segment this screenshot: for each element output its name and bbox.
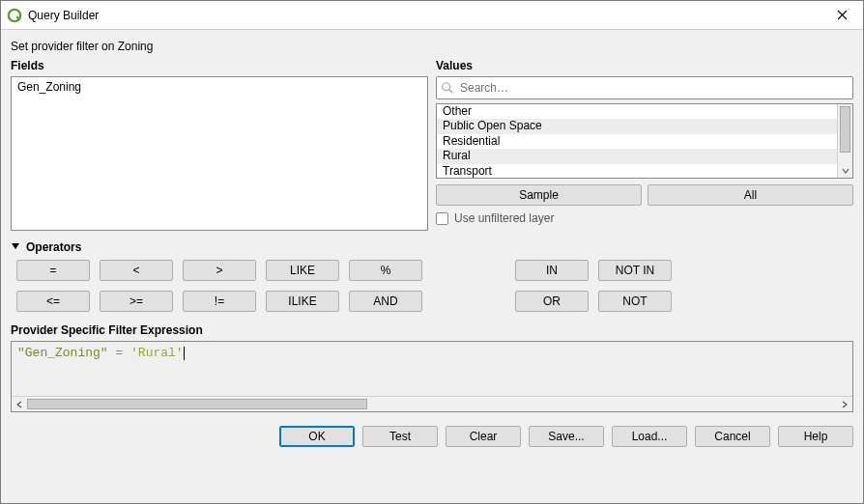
fields-group: Fields Gen_Zoning	[11, 59, 428, 231]
dialog-body: Set provider filter on Zoning Fields Gen…	[1, 30, 863, 503]
clear-button[interactable]: Clear	[446, 426, 521, 447]
scrollbar-thumb[interactable]	[840, 106, 850, 153]
all-button[interactable]: All	[648, 184, 853, 206]
hscroll-thumb[interactable]	[27, 399, 367, 409]
values-scrollbar[interactable]	[837, 104, 852, 178]
op-le-button[interactable]: <=	[16, 291, 90, 312]
window-close-button[interactable]	[821, 1, 863, 30]
operators-label: Operators	[26, 240, 81, 254]
op-and-button[interactable]: AND	[349, 291, 422, 312]
field-item[interactable]: Gen_Zoning	[12, 77, 427, 97]
window-title: Query Builder	[28, 9, 99, 22]
op-like-button[interactable]: LIKE	[266, 260, 339, 281]
dialog-footer: OK Test Clear Save... Load... Cancel Hel…	[11, 426, 853, 447]
value-item[interactable]: Public Open Space	[437, 119, 852, 133]
operators-grid: = < > LIKE % IN NOT IN <= >= != ILIKE AN…	[16, 260, 853, 312]
query-builder-window: Query Builder Set provider filter on Zon…	[0, 0, 864, 504]
values-search[interactable]	[436, 76, 853, 99]
fields-list[interactable]: Gen_Zoning	[11, 76, 428, 231]
ok-button[interactable]: OK	[279, 426, 355, 447]
op-eq-button[interactable]: =	[16, 260, 90, 281]
op-lt-button[interactable]: <	[100, 260, 173, 281]
op-in-button[interactable]: IN	[515, 260, 589, 281]
unfiltered-row: Use unfiltered layer	[436, 211, 853, 225]
expression-label: Provider Specific Filter Expression	[11, 323, 853, 337]
save-button[interactable]: Save...	[529, 426, 604, 447]
values-group: Values Other Public Open Space Residenti…	[436, 59, 853, 231]
unfiltered-label: Use unfiltered layer	[454, 211, 554, 225]
cancel-button[interactable]: Cancel	[695, 426, 770, 447]
op-or-button[interactable]: OR	[515, 291, 589, 312]
values-list[interactable]: Other Public Open Space Residential Rura…	[436, 103, 853, 179]
search-icon	[441, 81, 454, 95]
unfiltered-checkbox[interactable]	[436, 212, 448, 225]
value-item[interactable]: Rural	[437, 149, 852, 163]
op-ilike-button[interactable]: ILIKE	[266, 291, 339, 312]
qgis-icon	[7, 8, 22, 23]
sample-button[interactable]: Sample	[436, 184, 642, 206]
op-gt-button[interactable]: >	[183, 260, 256, 281]
op-ne-button[interactable]: !=	[183, 291, 256, 312]
value-item[interactable]: Residential	[437, 134, 852, 149]
scroll-down-icon[interactable]	[838, 164, 852, 178]
expression-box: "Gen_Zoning" = 'Rural' "Gen_Zoning" = 'R…	[11, 341, 853, 412]
scroll-left-icon[interactable]	[12, 397, 27, 411]
help-button[interactable]: Help	[778, 426, 853, 447]
operators-group: Operators = < > LIKE % IN NOT IN <= >= !…	[11, 240, 853, 312]
expression-hscroll[interactable]	[12, 396, 852, 411]
op-pct-button[interactable]: %	[349, 260, 422, 281]
close-icon	[837, 10, 848, 20]
values-search-input[interactable]	[458, 80, 849, 96]
value-item[interactable]: Transport	[437, 164, 852, 179]
svg-point-2	[443, 83, 450, 91]
top-panels: Fields Gen_Zoning Values Other Public Op…	[11, 59, 853, 231]
load-button[interactable]: Load...	[612, 426, 687, 447]
subtitle: Set provider filter on Zoning	[11, 40, 853, 53]
values-label: Values	[436, 59, 853, 72]
op-not-button[interactable]: NOT	[598, 291, 672, 312]
test-button[interactable]: Test	[362, 426, 438, 447]
scroll-right-icon[interactable]	[837, 397, 852, 411]
op-ge-button[interactable]: >=	[100, 291, 173, 312]
value-item[interactable]: Other	[437, 104, 852, 119]
fields-label: Fields	[11, 59, 428, 72]
operators-header[interactable]: Operators	[11, 240, 853, 254]
titlebar: Query Builder	[1, 1, 863, 30]
values-buttons: Sample All	[436, 184, 853, 206]
op-notin-button[interactable]: NOT IN	[598, 260, 672, 281]
collapse-icon	[11, 240, 20, 254]
svg-line-3	[449, 90, 453, 94]
